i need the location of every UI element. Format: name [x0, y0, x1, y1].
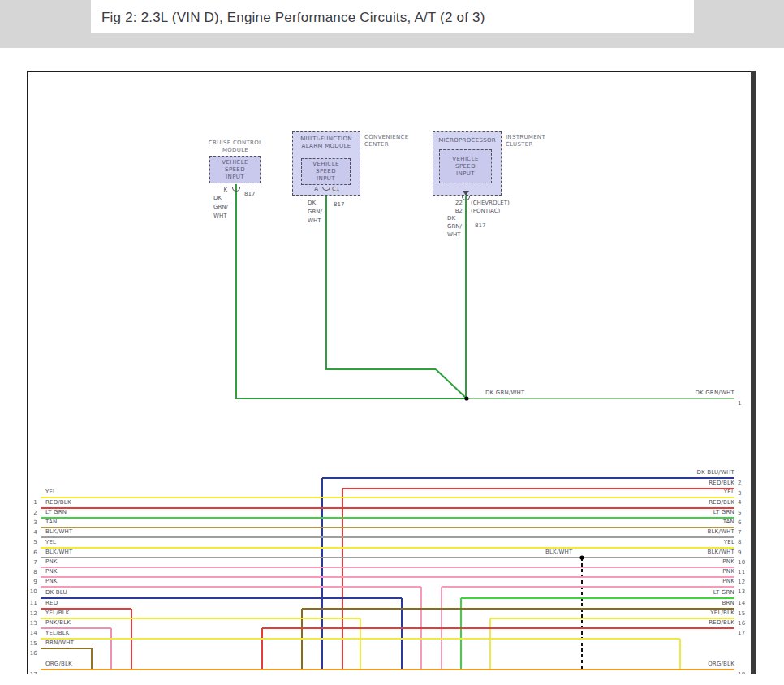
wire-number-left: 10: [24, 588, 37, 595]
wire-label-left: PNK: [45, 568, 58, 575]
alarm-module-label: MULTI-FUNCTION ALARM MODULE: [292, 136, 360, 150]
wire-number-left: 5: [24, 539, 37, 545]
wire-label-right: ORG/BLK: [605, 661, 734, 667]
wire-number-left: 6: [24, 549, 37, 556]
alarm-pin-c1: C1: [332, 186, 339, 192]
wire-label-right: PNK: [605, 558, 734, 565]
microprocessor-label: MICROPROCESSOR: [433, 137, 502, 144]
cluster-pin-22: 22: [445, 200, 463, 206]
wire-label-right: LT GRN: [605, 509, 734, 515]
wire-label-left: BLK/WHT: [45, 549, 73, 555]
wire-number-right: 13: [738, 588, 745, 595]
wire-label-right: DK BLU/WHT: [605, 469, 734, 476]
wire-number-left: 2: [24, 510, 37, 516]
wire-label-left: BRN/WHT: [45, 640, 74, 646]
wire-number-right: 2: [738, 480, 742, 486]
wire-number-right: 12: [738, 579, 745, 585]
wire-label-right: DK GRN/WHT: [605, 390, 734, 396]
wire-number-right: 11: [738, 569, 745, 575]
wire-number-right: 5: [738, 510, 742, 516]
cluster-wire-color: DK GRN/ WHT: [447, 214, 462, 239]
alarm-vehicle-speed-input-box: VEHICLE SPEED INPUT: [301, 158, 351, 185]
wire-label-right: PNK: [605, 578, 734, 584]
wire-number-left: 16: [24, 650, 37, 657]
alarm-pin-a: A: [307, 186, 318, 192]
wire-number-left: 7: [24, 559, 37, 566]
cruise-module-label: CRUISE CONTROL MODULE: [195, 140, 276, 154]
wire-label-right: BLK/WHT: [605, 528, 734, 535]
wire-label-left: PNK: [45, 558, 58, 565]
wire-number-right: 9: [738, 549, 742, 556]
instrument-cluster-label: INSTRUMENT CLUSTER: [506, 134, 545, 149]
wire-label-right: BLK/WHT: [605, 549, 734, 555]
wire-label-right: LT GRN: [605, 589, 734, 596]
convenience-center-label: CONVENIENCE CENTER: [364, 134, 408, 149]
wire-label-left: YEL/BLK: [45, 630, 70, 636]
wire-number-left: 14: [24, 630, 37, 636]
wire-number-right: 1: [738, 400, 742, 407]
wire-label-left: LT GRN: [45, 509, 67, 515]
wire-number-left: 3: [24, 519, 37, 526]
wire-label-right: PNK: [605, 568, 734, 575]
wire-label-left: BLK/WHT: [45, 528, 73, 535]
wire-label-right: YEL: [605, 539, 734, 545]
wire-label-left: RED/BLK: [45, 499, 71, 506]
wire-number-left: 13: [24, 620, 37, 627]
cruise-pin-k: K: [218, 187, 227, 193]
wire-label-left: PNK: [45, 578, 58, 584]
wire-label-right: RED/BLK: [605, 480, 734, 486]
wire-number-left: 17: [24, 671, 37, 674]
cruise-circuit-number: 817: [244, 191, 255, 197]
wire-label-mid: BLK/WHT: [545, 549, 573, 555]
wire-number-right: 14: [738, 600, 745, 606]
arrow-down-icon: [463, 191, 469, 196]
wire-label-right: RED/BLK: [605, 499, 734, 506]
wire-label-right: YEL/BLK: [605, 610, 734, 616]
wire-number-right: 16: [738, 620, 745, 627]
wire-number-left: 12: [24, 610, 37, 617]
wire-label-right: YEL: [605, 489, 734, 495]
wire-number-left: 9: [24, 579, 37, 585]
cruise-vehicle-speed-input-box: VEHICLE SPEED INPUT: [209, 156, 261, 183]
wire-label-mid: DK GRN/WHT: [485, 390, 525, 396]
wire-label-right: TAN: [605, 519, 734, 525]
wire-number-right: 18: [738, 671, 745, 674]
wire-number-right: 7: [738, 529, 742, 536]
alarm-circuit-number: 817: [334, 201, 344, 208]
wiring-diagram-page: Fig 2: 2.3L (VIN D), Engine Performance …: [0, 0, 784, 685]
wire-label-right: RED/BLK: [605, 619, 734, 626]
wire-number-left: 11: [24, 600, 37, 606]
wire-number-right: 6: [738, 519, 742, 526]
wire-label-left: RED: [45, 600, 58, 606]
cluster-pin-b2: B2: [445, 208, 463, 214]
cluster-vehicle-speed-input-box: VEHICLE SPEED INPUT: [439, 149, 492, 183]
wire-label-left: ORG/BLK: [45, 661, 72, 667]
wire-number-right: 10: [738, 559, 745, 566]
cluster-circuit-number: 817: [475, 222, 485, 229]
wire-number-right: 15: [738, 610, 745, 617]
wire-label-left: TAN: [45, 519, 57, 525]
wire-number-right: 8: [738, 539, 742, 545]
wire-number-right: 17: [738, 630, 745, 636]
cruise-wire-color: DK GRN/ WHT: [213, 194, 228, 221]
wire-number-right: 3: [738, 490, 742, 497]
wire-label-left: PNK/BLK: [45, 619, 71, 626]
wire-label-left: YEL: [45, 539, 56, 545]
alarm-wire-color: DK GRN/ WHT: [308, 199, 322, 226]
wire-label-layer: DK GRN/WHT1DK GRN/WHTDK BLU/WHT2RED/BLK3…: [0, 0, 784, 674]
wire-label-left: YEL/BLK: [45, 610, 70, 616]
cluster-pin-b2-make: (PONTIAC): [471, 208, 500, 214]
wire-number-left: 15: [24, 640, 37, 647]
cluster-pin-22-make: (CHEVROLET): [471, 200, 510, 206]
wire-number-left: 4: [24, 529, 37, 536]
wire-label-left: YEL: [45, 489, 56, 495]
wire-label-left: DK BLU: [45, 589, 67, 596]
wire-number-right: 4: [738, 499, 742, 506]
wire-number-left: 1: [24, 499, 37, 506]
wire-number-left: 8: [24, 569, 37, 575]
wire-label-right: BRN: [605, 600, 734, 606]
diagram-area: DK GRN/WHT1DK GRN/WHTDK BLU/WHT2RED/BLK3…: [0, 0, 784, 674]
